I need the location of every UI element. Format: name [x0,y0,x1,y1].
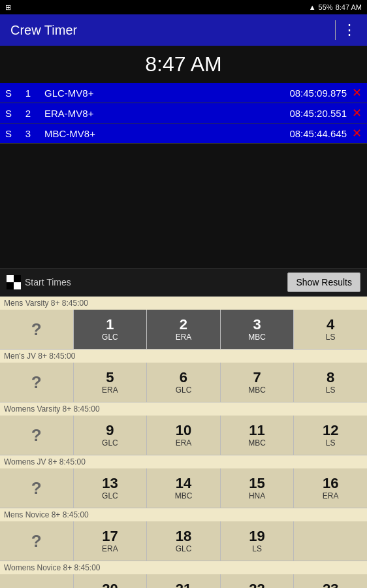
cell-label: LS [326,385,336,395]
signal-icon: ⊞ [5,3,11,12]
cell-label: ERA [323,491,339,500]
grid-cell[interactable]: 9 GLC [74,416,148,455]
grid-cell[interactable]: ? [0,468,74,508]
grid-cell[interactable]: ? [0,310,74,349]
section-header: Men's JV 8+ 8:45:00 [0,350,367,363]
grid-cell[interactable]: 5 ERA [74,363,148,402]
middle-section [0,144,367,268]
cell-number: 4 [327,317,334,333]
section-header: Mens Novice 8+ 8:45:00 [0,508,367,521]
app-title: Crew Timer [10,23,77,38]
cell-label: ERA [176,333,192,342]
race-name: ERA-MV8+ [38,108,289,119]
cell-number: 6 [180,370,187,385]
cell-number: 2 [180,317,187,333]
grid-cell[interactable]: 18 GLC [147,521,221,561]
race-delete-icon[interactable]: ✕ [352,86,362,100]
grid-cell[interactable]: 7 MBC [221,363,295,402]
race-num: 2 [18,108,38,119]
race-delete-icon[interactable]: ✕ [352,126,362,140]
grid-row: ? 5 ERA 6 GLC 7 MBC 8 LS [0,363,367,402]
grid-cell [294,521,367,561]
cell-label: LS [326,333,336,342]
grid-cell[interactable]: ? [0,363,74,402]
cell-number: 11 [249,423,264,438]
svg-rect-3 [14,282,21,289]
chess-icon [7,275,21,289]
cell-number: 10 [176,423,191,438]
title-bar: Crew Timer ⋮ [0,14,367,46]
grid-cell[interactable]: 20 ERA [74,574,148,588]
race-time: 08:45:44.645 [289,128,347,139]
cell-number: 12 [323,423,338,438]
status-bar: ⊞ ▲ 55% 8:47 AM [0,0,367,14]
show-results-button[interactable]: Show Results [287,272,360,292]
grid-cell[interactable]: 12 LS [294,416,367,455]
time-display: 8:47 AM [0,46,367,83]
start-times-button[interactable]: Start Times [7,275,71,289]
cell-number: 15 [249,476,264,491]
question-mark: ? [31,373,42,392]
grid-cell[interactable]: 1 GLC [74,310,148,349]
question-mark: ? [31,585,42,588]
cell-number: 16 [323,476,338,491]
grid-cell[interactable]: 11 MBC [221,416,295,455]
grid-cell[interactable]: 23 HNA [294,574,367,588]
cell-number: 17 [102,529,118,544]
grid-cell[interactable]: 4 LS [294,310,367,349]
menu-button[interactable]: ⋮ [342,22,357,39]
cell-number: 23 [323,581,338,588]
cell-number: 19 [249,529,264,544]
grid-cell[interactable]: 15 HNA [221,468,295,508]
grid-cell[interactable]: ? [0,574,74,588]
grid-cell[interactable]: 19 LS [221,521,295,561]
race-status: S [5,108,18,119]
title-divider [335,20,336,40]
current-time: 8:47 AM [145,52,221,76]
svg-rect-0 [7,275,14,282]
grid-cell[interactable]: 21 HNA [147,574,221,588]
section-header: Mens Varsity 8+ 8:45:00 [0,297,367,310]
grid-cell[interactable]: 2 ERA [147,310,221,349]
cell-number: 21 [176,581,191,588]
grid-cell[interactable]: 3 MBC [221,310,295,349]
cell-label: MBC [248,385,266,395]
grid-cell[interactable]: 22 GLC [221,574,295,588]
grid-cell[interactable]: 17 ERA [74,521,148,561]
grid-cell[interactable]: 8 LS [294,363,367,402]
race-row[interactable]: S 3 MBC-MV8+ 08:45:44.645 ✕ [0,123,367,144]
race-delete-icon[interactable]: ✕ [352,106,362,120]
grid-cell[interactable]: ? [0,521,74,561]
bottom-toolbar: Start Times Show Results [0,268,367,297]
grid-row: ? 13 GLC 14 MBC 15 HNA 16 ERA [0,468,367,508]
race-name: MBC-MV8+ [38,128,289,139]
section-header: Womens Varsity 8+ 8:45:00 [0,402,367,416]
grid-cell[interactable]: 16 ERA [294,468,367,508]
start-times-label: Start Times [25,277,71,287]
cell-label: LS [252,544,262,553]
status-right: ▲ 55% 8:47 AM [309,3,362,11]
grid-cell[interactable]: 14 MBC [147,468,221,508]
question-mark: ? [31,426,42,445]
section-header: Womens JV 8+ 8:45:00 [0,455,367,468]
cell-label: MBC [248,438,266,448]
cell-label: GLC [176,544,192,553]
race-time: 08:45:20.551 [289,108,347,119]
grid-cell[interactable]: 13 GLC [74,468,148,508]
race-status: S [5,88,18,99]
cell-number: 3 [253,317,261,333]
cell-label: LS [326,438,336,448]
cell-number: 8 [327,370,334,385]
race-status: S [5,128,18,139]
race-row[interactable]: S 2 ERA-MV8+ 08:45:20.551 ✕ [0,103,367,123]
cell-number: 20 [102,581,118,588]
question-mark: ? [31,479,42,498]
grid-row: ? 1 GLC 2 ERA 3 MBC 4 LS [0,310,367,350]
race-row[interactable]: S 1 GLC-MV8+ 08:45:09.875 ✕ [0,83,367,103]
cell-label: MBC [248,333,266,342]
grid-cell[interactable]: 10 ERA [147,416,221,455]
grid-cell[interactable]: ? [0,416,74,455]
cell-number: 5 [106,370,114,385]
grid-cell[interactable]: 6 GLC [147,363,221,402]
question-mark: ? [31,320,42,339]
